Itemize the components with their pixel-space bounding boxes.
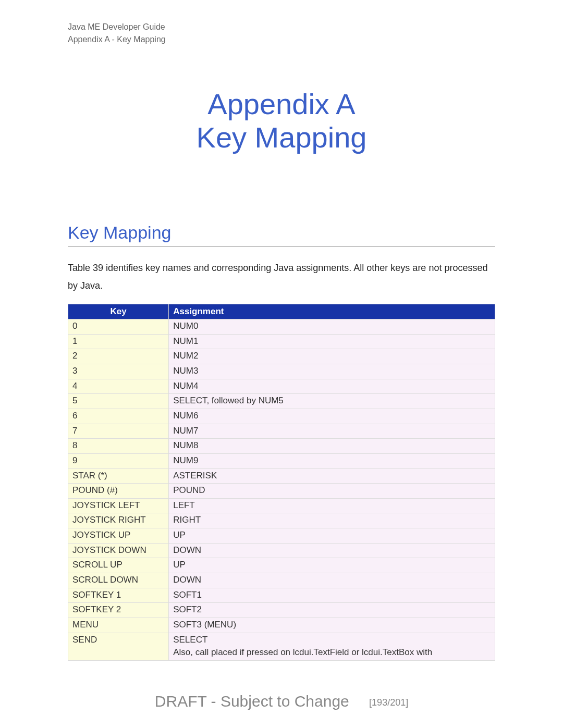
cell-key: 7 [68, 424, 169, 439]
table-row: 9NUM9 [68, 453, 495, 468]
cell-key: JOYSTICK DOWN [68, 543, 169, 558]
table-row: MENUSOFT3 (MENU) [68, 618, 495, 633]
cell-key: SOFTKEY 2 [68, 603, 169, 618]
cell-assignment: NUM6 [169, 409, 495, 424]
cell-key: SEND [68, 633, 169, 660]
cell-key: 1 [68, 334, 169, 349]
header-line-2: Appendix A - Key Mapping [68, 33, 495, 46]
cell-key: 6 [68, 409, 169, 424]
cell-assignment: RIGHT [169, 513, 495, 528]
table-row: 5SELECT, followed by NUM5 [68, 394, 495, 409]
table-row: 4NUM4 [68, 379, 495, 394]
title-line-2: Key Mapping [68, 121, 495, 154]
cell-key: JOYSTICK RIGHT [68, 513, 169, 528]
cell-key: 8 [68, 439, 169, 454]
table-row: 2NUM2 [68, 349, 495, 364]
cell-assignment: SOFT1 [169, 588, 495, 603]
table-row: POUND (#)POUND [68, 484, 495, 499]
table-row: SOFTKEY 2SOFT2 [68, 603, 495, 618]
cell-assignment: SELECT, followed by NUM5 [169, 394, 495, 409]
table-row: SENDSELECTAlso, call placed if pressed o… [68, 633, 495, 660]
section-heading: Key Mapping [68, 223, 495, 246]
title-line-1: Appendix A [68, 88, 495, 121]
table-row: JOYSTICK DOWNDOWN [68, 543, 495, 558]
title-block: Appendix A Key Mapping [68, 88, 495, 155]
table-row: 7NUM7 [68, 424, 495, 439]
cell-assignment: NUM4 [169, 379, 495, 394]
cell-assignment: LEFT [169, 498, 495, 513]
table-row: JOYSTICK UPUP [68, 528, 495, 544]
table-row: 8NUM8 [68, 439, 495, 454]
cell-assignment: SELECTAlso, call placed if pressed on lc… [169, 633, 495, 660]
table-row: 1NUM1 [68, 334, 495, 349]
col-header-key: Key [68, 304, 169, 319]
cell-assignment: SOFT2 [169, 603, 495, 618]
cell-key: POUND (#) [68, 484, 169, 499]
cell-assignment: DOWN [169, 573, 495, 588]
table-row: 3NUM3 [68, 364, 495, 379]
table-row: JOYSTICK LEFTLEFT [68, 498, 495, 513]
cell-key: STAR (*) [68, 468, 169, 484]
cell-assignment: UP [169, 558, 495, 573]
cell-assignment: NUM9 [169, 453, 495, 468]
table-row: 6NUM6 [68, 409, 495, 424]
cell-key: SCROLL UP [68, 558, 169, 573]
cell-assignment: NUM3 [169, 364, 495, 379]
page-header: Java ME Developer Guide Appendix A - Key… [68, 21, 495, 46]
cell-key: SOFTKEY 1 [68, 588, 169, 603]
cell-key: 4 [68, 379, 169, 394]
cell-key: 2 [68, 349, 169, 364]
draft-label: DRAFT - Subject to Change [155, 693, 349, 710]
intro-paragraph: Table 39 identifies key names and corres… [68, 259, 495, 294]
table-row: JOYSTICK RIGHTRIGHT [68, 513, 495, 528]
cell-assignment: POUND [169, 484, 495, 499]
cell-key: 0 [68, 319, 169, 335]
table-row: SOFTKEY 1SOFT1 [68, 588, 495, 603]
table-row: 0NUM0 [68, 319, 495, 335]
cell-assignment: UP [169, 528, 495, 544]
col-header-assignment: Assignment [169, 304, 495, 319]
table-row: STAR (*)ASTERISK [68, 468, 495, 484]
header-line-1: Java ME Developer Guide [68, 21, 495, 33]
cell-key: 3 [68, 364, 169, 379]
cell-assignment: SOFT3 (MENU) [169, 618, 495, 633]
cell-key: MENU [68, 618, 169, 633]
cell-assignment: NUM7 [169, 424, 495, 439]
cell-key: 9 [68, 453, 169, 468]
cell-assignment: NUM0 [169, 319, 495, 335]
cell-assignment: NUM1 [169, 334, 495, 349]
cell-key: 5 [68, 394, 169, 409]
cell-assignment: DOWN [169, 543, 495, 558]
table-row: SCROLL UPUP [68, 558, 495, 573]
cell-key: SCROLL DOWN [68, 573, 169, 588]
cell-key: JOYSTICK LEFT [68, 498, 169, 513]
key-mapping-table: Key Assignment 0NUM01NUM12NUM23NUM34NUM4… [68, 304, 495, 661]
cell-key: JOYSTICK UP [68, 528, 169, 544]
page-number: [193/201] [369, 697, 408, 708]
cell-assignment: NUM2 [169, 349, 495, 364]
cell-assignment: NUM8 [169, 439, 495, 454]
cell-assignment: ASTERISK [169, 468, 495, 484]
page-footer: DRAFT - Subject to Change [193/201] [0, 693, 563, 710]
table-row: SCROLL DOWNDOWN [68, 573, 495, 588]
